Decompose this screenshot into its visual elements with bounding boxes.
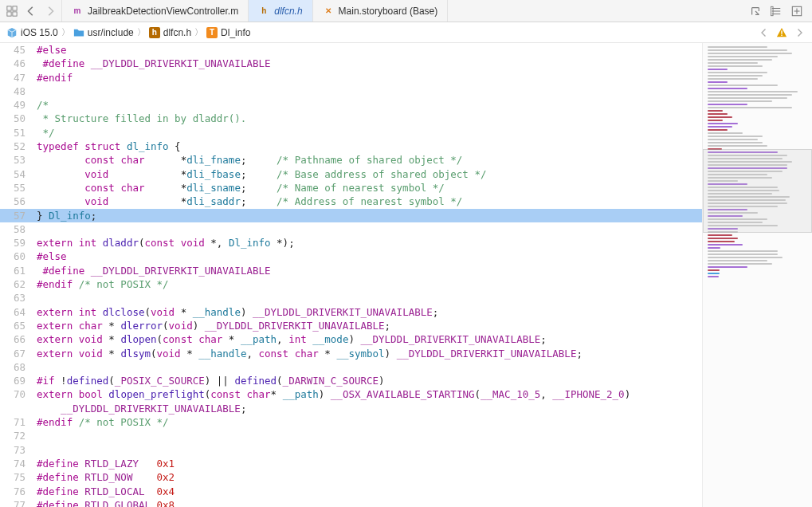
- code-line[interactable]: 67extern void * dlsym(void * __handle, c…: [0, 347, 702, 360]
- svg-rect-0: [7, 6, 11, 10]
- code-content: #if !defined(_POSIX_C_SOURCE) || defined…: [32, 374, 702, 387]
- code-line[interactable]: 71#endif /* not POSIX */: [0, 415, 702, 429]
- line-number: 52: [0, 140, 32, 153]
- prev-issue-icon[interactable]: [758, 26, 771, 39]
- minimap-line: [708, 126, 732, 128]
- line-number: 75: [0, 470, 32, 484]
- chevron-right-icon: 〉: [137, 26, 146, 38]
- minimap-line: [708, 139, 758, 140]
- code-content: /*: [32, 98, 702, 112]
- code-content: */: [32, 126, 702, 140]
- minimap-line: [708, 113, 728, 115]
- code-line[interactable]: 63: [0, 291, 702, 305]
- breadcrumb-item[interactable]: hdlfcn.h: [149, 27, 191, 38]
- code-line[interactable]: 72: [0, 429, 702, 442]
- tab-dlfcn-h[interactable]: hdlfcn.h: [248, 0, 312, 22]
- line-number: 50: [0, 112, 32, 125]
- line-number: 48: [0, 84, 32, 98]
- code-line[interactable]: 75#define RTLD_NOW 0x2: [0, 470, 702, 484]
- tab-main-storyboard-base-[interactable]: ✕Main.storyboard (Base): [312, 0, 449, 22]
- line-number: 77: [0, 498, 32, 507]
- code-line[interactable]: 46 #define __DYLDDL_DRIVERKIT_UNAVAILABL…: [0, 57, 702, 70]
- minimap-line: [708, 91, 798, 92]
- code-content: #define RTLD_NOW 0x2: [32, 470, 702, 484]
- line-number: 54: [0, 167, 32, 181]
- recent-files-icon[interactable]: [748, 4, 763, 18]
- code-line[interactable]: 77#define RTLD_GLOBAL 0x8: [0, 498, 702, 507]
- minimap[interactable]: [702, 43, 812, 507]
- svg-rect-6: [781, 30, 782, 33]
- line-number: 46: [0, 57, 32, 70]
- line-number: 55: [0, 181, 32, 195]
- code-line[interactable]: 69#if !defined(_POSIX_C_SOURCE) || defin…: [0, 374, 702, 387]
- code-line[interactable]: 57} Dl_info;: [0, 209, 702, 222]
- related-items-icon[interactable]: [5, 4, 19, 18]
- line-number: 67: [0, 347, 32, 360]
- code-line[interactable]: 68: [0, 360, 702, 374]
- code-line[interactable]: 76#define RTLD_LOCAL 0x4: [0, 485, 702, 498]
- code-line[interactable]: 45#else: [0, 43, 702, 57]
- warning-icon[interactable]: [775, 26, 788, 39]
- code-line[interactable]: 54 void *dli_fbase; /* Base address of s…: [0, 167, 702, 181]
- next-issue-icon[interactable]: [793, 26, 806, 39]
- minimap-line: [708, 244, 743, 246]
- breadcrumb-label: usr/include: [88, 27, 134, 38]
- breadcrumb-item[interactable]: iOS 15.0: [6, 27, 58, 38]
- tab-navigation: [5, 4, 62, 18]
- code-line[interactable]: 60#else: [0, 250, 702, 263]
- code-content: const char *dli_fname; /* Pathname of sh…: [32, 153, 702, 167]
- minimap-line: [708, 257, 783, 258]
- minimap-line: [708, 234, 732, 236]
- tab-jailbreakdetectionviewcontroller-m[interactable]: mJailbreakDetectionViewController.m: [61, 0, 249, 22]
- line-number: 74: [0, 457, 32, 470]
- line-number: [0, 402, 32, 415]
- minimap-line: [708, 263, 772, 265]
- minimap-line: [708, 53, 792, 54]
- code-line[interactable]: 70extern bool dlopen_preflight(const cha…: [0, 387, 702, 401]
- code-content: #define RTLD_GLOBAL 0x8: [32, 498, 702, 507]
- folder-icon: [73, 27, 84, 38]
- code-line[interactable]: 73: [0, 443, 702, 457]
- code-line[interactable]: 53 const char *dli_fname; /* Pathname of…: [0, 153, 702, 167]
- code-content: [32, 291, 702, 305]
- code-line[interactable]: 74#define RTLD_LAZY 0x1: [0, 457, 702, 470]
- code-content: extern char * dlerror(void) __DYLDDL_DRI…: [32, 319, 702, 332]
- minimap-line: [708, 136, 763, 137]
- minimap-line: [708, 75, 763, 77]
- code-line[interactable]: 51 */: [0, 126, 702, 140]
- code-line[interactable]: 62#endif /* not POSIX */: [0, 277, 702, 291]
- code-line[interactable]: 49/*: [0, 98, 702, 112]
- tab-right-controls: [748, 4, 807, 18]
- minimap-line: [708, 69, 728, 70]
- minimap-viewport[interactable]: [703, 149, 812, 233]
- svg-rect-7: [781, 34, 782, 35]
- code-line[interactable]: 61 #define __DYLDDL_DRIVERKIT_UNAVAILABL…: [0, 264, 702, 277]
- line-number: 61: [0, 264, 32, 277]
- code-line[interactable]: 47#endif: [0, 71, 702, 84]
- line-number: 57: [0, 209, 32, 222]
- add-editor-icon[interactable]: [790, 4, 804, 18]
- code-editor[interactable]: 45#else46 #define __DYLDDL_DRIVERKIT_UNA…: [0, 43, 702, 507]
- breadcrumb-item[interactable]: usr/include: [73, 27, 134, 38]
- code-line[interactable]: 56 void *dli_saddr; /* Address of neares…: [0, 195, 702, 208]
- code-line[interactable]: 59extern int dladdr(const void *, Dl_inf…: [0, 236, 702, 250]
- code-line[interactable]: 66extern void * dlopen(const char * __pa…: [0, 332, 702, 346]
- line-number: 49: [0, 98, 32, 112]
- line-number: 58: [0, 222, 32, 236]
- code-line[interactable]: 48: [0, 84, 702, 98]
- code-line[interactable]: 65extern char * dlerror(void) __DYLDDL_D…: [0, 319, 702, 332]
- line-number: 68: [0, 360, 32, 374]
- code-line[interactable]: 55 const char *dli_sname; /* Name of nea…: [0, 181, 702, 195]
- code-line[interactable]: __DYLDDL_DRIVERKIT_UNAVAILABLE;: [0, 402, 702, 415]
- nav-back-icon[interactable]: [24, 4, 38, 18]
- code-line[interactable]: 58: [0, 222, 702, 236]
- minimap-line: [708, 276, 719, 277]
- minimap-line: [708, 49, 787, 51]
- nav-forward-icon[interactable]: [43, 4, 57, 18]
- code-line[interactable]: 50 * Structure filled in by dladdr().: [0, 112, 702, 125]
- code-content: #define RTLD_LAZY 0x1: [32, 457, 702, 470]
- breadcrumb-item[interactable]: TDl_info: [206, 27, 250, 38]
- code-line[interactable]: 64extern int dlclose(void * __handle) __…: [0, 305, 702, 319]
- code-line[interactable]: 52typedef struct dl_info {: [0, 140, 702, 153]
- adjust-editor-icon[interactable]: [769, 4, 783, 18]
